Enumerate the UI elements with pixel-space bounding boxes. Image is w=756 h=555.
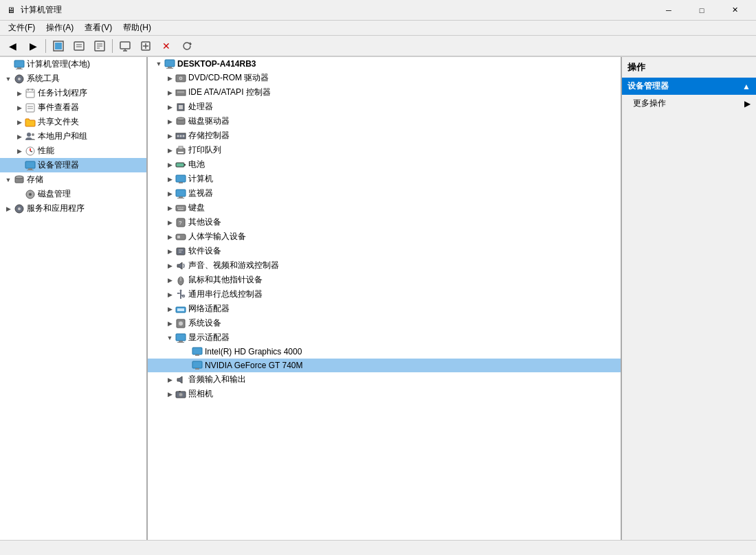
cpu-icon — [175, 102, 186, 113]
sidebar-item-services[interactable]: ▶ 服务和应用程序 — [0, 201, 146, 216]
svg-point-51 — [177, 117, 185, 120]
action-more[interactable]: 更多操作 ▶ — [622, 95, 756, 112]
perf-expand: ▶ — [14, 146, 25, 157]
eventviewer-icon — [25, 102, 36, 113]
intel-gpu-icon — [192, 346, 203, 357]
maximize-button[interactable]: □ — [686, 0, 718, 21]
device-storectrl[interactable]: ▶ 存储控制器 — [148, 128, 621, 143]
device-display[interactable]: ▼ 显示适配器 — [148, 330, 621, 345]
svg-rect-76 — [177, 248, 185, 255]
mon-expand: ▶ — [164, 188, 175, 199]
sidebar-item-performance[interactable]: ▶ 性能 — [0, 144, 146, 158]
sys-label: 系统设备 — [188, 317, 221, 329]
device-battery[interactable]: ▶ 电池 — [148, 157, 621, 172]
ts-label: 任务计划程序 — [38, 87, 87, 99]
print-icon — [175, 145, 186, 156]
svg-rect-9 — [120, 42, 130, 49]
device-cpu[interactable]: ▶ 处理器 — [148, 100, 621, 114]
sidebar-item-tools[interactable]: ▼ 系统工具 — [0, 71, 146, 86]
device-audioinout[interactable]: ▶ 音频输入和输出 — [148, 372, 621, 387]
toolbar-btn-1[interactable] — [49, 38, 68, 54]
device-keyboard[interactable]: ▶ 键盘 — [148, 201, 621, 215]
device-computer[interactable]: ▶ 计算机 — [148, 172, 621, 186]
aio-expand: ▶ — [164, 374, 175, 385]
cpu-label: 处理器 — [188, 101, 213, 113]
minimize-button[interactable]: ─ — [653, 0, 685, 21]
print-expand: ▶ — [164, 145, 175, 156]
title-bar: 🖥 计算机管理 ─ □ ✕ — [0, 0, 756, 21]
menu-file[interactable]: 文件(F) — [3, 21, 41, 35]
sidebar-item-taskscheduler[interactable]: ▶ 任务计划程序 — [0, 86, 146, 100]
aud-label: 声音、视频和游戏控制器 — [188, 260, 279, 271]
mse-icon — [175, 275, 186, 286]
toolbar-btn-2[interactable] — [69, 38, 89, 54]
device-root[interactable]: ▼ DESKTOP-A414RB3 — [148, 57, 621, 71]
sidebar-item-devicemanager[interactable]: 设备管理器 — [0, 158, 146, 172]
device-audio[interactable]: ▶ 声音、视频和游戏控制器 — [148, 258, 621, 273]
svg-rect-57 — [179, 146, 183, 149]
svg-point-99 — [179, 393, 183, 396]
svg-point-28 — [27, 133, 31, 137]
dsk-label: 磁盘管理 — [38, 188, 71, 200]
svg-rect-88 — [177, 308, 184, 311]
sidebar-item-sharedfolder[interactable]: ▶ 共享文件夹 — [0, 115, 146, 129]
toolbar-btn-4[interactable] — [136, 38, 155, 54]
mon-icon — [175, 188, 186, 199]
dm-label: 设备管理器 — [38, 159, 79, 171]
device-sysdevice[interactable]: ▶ 系统设备 — [148, 316, 621, 330]
device-nvidia-gpu[interactable]: NVIDIA GeForce GT 740M — [148, 359, 621, 372]
mse-label: 鼠标和其他指针设备 — [188, 274, 263, 286]
device-network[interactable]: ▶ 网络适配器 — [148, 302, 621, 316]
svg-rect-40 — [165, 60, 175, 67]
sidebar-item-localusers[interactable]: ▶ 本地用户和组 — [0, 129, 146, 144]
sidebar-item-eventviewer[interactable]: ▶ 事件查看器 — [0, 100, 146, 115]
svg-point-53 — [177, 135, 179, 137]
menu-help[interactable]: 帮助(H) — [118, 21, 157, 35]
cpu-expand: ▶ — [164, 102, 175, 113]
toolbar-btn-3[interactable] — [90, 38, 109, 54]
ev-label: 事件查看器 — [38, 102, 79, 113]
ev-expand: ▶ — [14, 102, 25, 113]
refresh-button[interactable] — [177, 38, 197, 54]
menu-view[interactable]: 查看(V) — [79, 21, 118, 35]
device-software[interactable]: ▶ 软件设备 — [148, 244, 621, 258]
svg-rect-1 — [55, 43, 62, 49]
sidebar-item-diskmanagement[interactable]: 磁盘管理 — [0, 187, 146, 201]
svg-point-86 — [180, 289, 182, 291]
device-ide[interactable]: ▶ IDE ATA/ATAPI 控制器 — [148, 85, 621, 100]
device-dvd[interactable]: ▶ DVD/CD-ROM 驱动器 — [148, 71, 621, 85]
close-button[interactable]: ✕ — [719, 0, 751, 21]
back-button[interactable]: ◀ — [3, 38, 22, 54]
comp-icon — [175, 174, 186, 185]
device-camera[interactable]: ▶ 照相机 — [148, 387, 621, 401]
dvd-icon — [175, 73, 186, 84]
cam-label: 照相机 — [188, 388, 213, 400]
svg-rect-97 — [195, 368, 199, 370]
svc-label: 服务和应用程序 — [27, 203, 85, 214]
svg-rect-64 — [179, 196, 183, 198]
device-intel-gpu[interactable]: Intel(R) HD Graphics 4000 — [148, 345, 621, 359]
forward-button[interactable]: ▶ — [23, 38, 43, 54]
device-mouse[interactable]: ▶ 鼠标和其他指针设备 — [148, 273, 621, 287]
perf-label: 性能 — [38, 145, 54, 157]
tree-root[interactable]: 系统工具 计算机管理(本地) — [0, 57, 146, 71]
usb-expand: ▶ — [164, 289, 175, 300]
svg-rect-31 — [25, 161, 35, 168]
device-usb[interactable]: ▶ 通用串行总线控制器 — [148, 287, 621, 302]
svg-point-39 — [18, 207, 21, 210]
device-hid[interactable]: ▶ 人体学输入设备 — [148, 229, 621, 244]
ide-icon — [175, 87, 186, 98]
device-disk[interactable]: ▶ 磁盘驱动器 — [148, 114, 621, 128]
device-other[interactable]: ▶ ? 其他设备 — [148, 215, 621, 229]
sc-label: 存储控制器 — [188, 130, 230, 141]
toolbar-btn-monitor[interactable] — [115, 38, 135, 54]
desktop-label: DESKTOP-A414RB3 — [177, 59, 256, 69]
action-device-manager[interactable]: 设备管理器 ▲ — [622, 78, 756, 95]
menu-action[interactable]: 操作(A) — [41, 21, 79, 35]
svg-rect-96 — [192, 361, 202, 368]
device-print[interactable]: ▶ 打印队列 — [148, 143, 621, 157]
delete-button[interactable]: ✕ — [157, 38, 176, 54]
device-monitor[interactable]: ▶ 监视器 — [148, 186, 621, 201]
svg-rect-18 — [16, 69, 23, 69]
sidebar-item-storage[interactable]: ▼ 存储 — [0, 172, 146, 187]
